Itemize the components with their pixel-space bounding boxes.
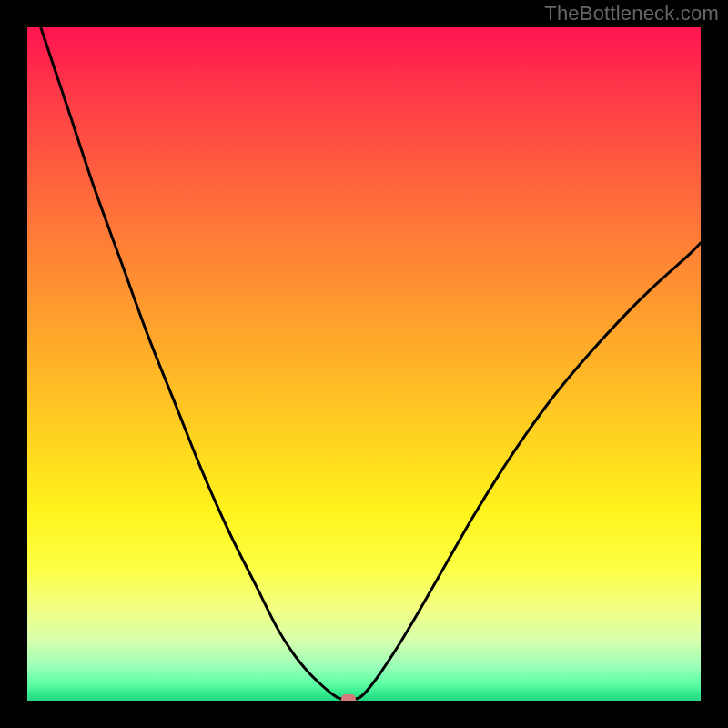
curve-left — [41, 27, 340, 699]
chart-frame: TheBottleneck.com — [0, 0, 728, 728]
chart-svg — [27, 27, 701, 701]
watermark-text: TheBottleneck.com — [544, 2, 719, 25]
curve-right — [358, 243, 701, 699]
minimum-marker — [341, 694, 356, 701]
plot-area — [27, 27, 701, 701]
